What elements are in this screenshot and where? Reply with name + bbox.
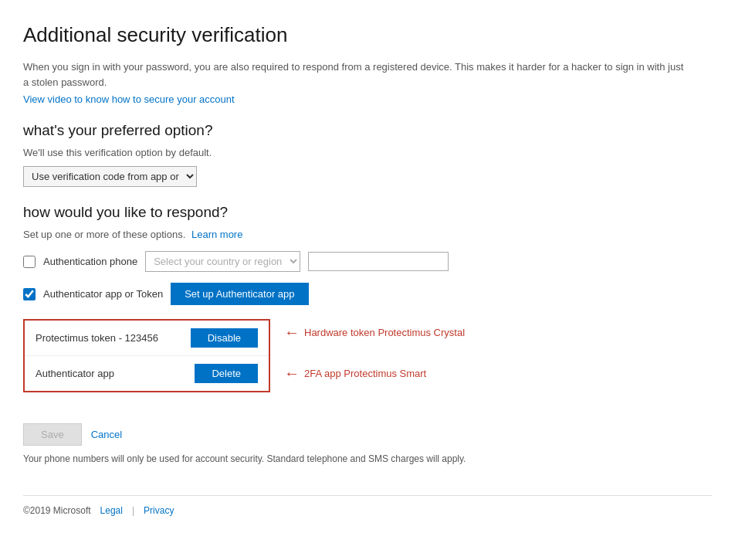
annotation-1: ← Hardware token Protectimus Crystal bbox=[284, 324, 465, 341]
copyright-text: ©2019 Microsoft bbox=[23, 505, 91, 516]
annotation-text-1: Hardware token Protectimus Crystal bbox=[304, 327, 465, 338]
auth-phone-row: Authentication phone Select your country… bbox=[23, 251, 712, 272]
delete-button[interactable]: Delete bbox=[195, 364, 258, 383]
token-name-1: Protectimus token - 123456 bbox=[36, 332, 158, 344]
setup-authenticator-button[interactable]: Set up Authenticator app bbox=[171, 283, 308, 305]
preferred-option-dropdown[interactable]: Use verification code from app or Authen… bbox=[23, 166, 197, 187]
respond-heading: how would you like to respond? bbox=[23, 204, 712, 221]
authenticator-row: Authenticator app or Token Set up Authen… bbox=[23, 283, 712, 305]
token-name-2: Authenticator app bbox=[36, 368, 136, 379]
table-row: Authenticator app Delete bbox=[25, 356, 269, 391]
video-link[interactable]: View video to know how to secure your ac… bbox=[23, 93, 235, 105]
preferred-heading: what's your preferred option? bbox=[23, 122, 712, 139]
table-row: Protectimus token - 123456 Disable bbox=[25, 321, 269, 356]
arrow-icon-1: ← bbox=[284, 324, 300, 341]
annotation-text-2: 2FA app Protectimus Smart bbox=[304, 368, 426, 379]
token-box: Protectimus token - 123456 Disable Authe… bbox=[23, 319, 270, 392]
disable-button[interactable]: Disable bbox=[191, 328, 258, 348]
legal-link[interactable]: Legal bbox=[100, 505, 123, 516]
description-text: When you sign in with your password, you… bbox=[23, 59, 687, 90]
preferred-option-section: what's your preferred option? We'll use … bbox=[23, 122, 712, 187]
footer: ©2019 Microsoft Legal | Privacy bbox=[23, 495, 712, 516]
annotations-column: ← Hardware token Protectimus Crystal ← 2… bbox=[284, 316, 465, 384]
disclaimer-text: Your phone numbers will only be used for… bbox=[23, 453, 712, 464]
authenticator-checkbox[interactable] bbox=[23, 288, 36, 300]
token-annotations-container: Protectimus token - 123456 Disable Authe… bbox=[23, 316, 712, 405]
auth-phone-checkbox[interactable] bbox=[23, 256, 36, 268]
save-cancel-row: Save Cancel bbox=[23, 423, 712, 446]
respond-section: how would you like to respond? Set up on… bbox=[23, 204, 712, 464]
respond-sublabel: Set up one or more of these options. Lea… bbox=[23, 229, 712, 240]
save-button[interactable]: Save bbox=[23, 423, 82, 446]
auth-phone-label: Authentication phone bbox=[43, 256, 137, 267]
learn-more-link[interactable]: Learn more bbox=[191, 229, 242, 240]
page-title: Additional security verification bbox=[23, 23, 712, 47]
preferred-sublabel: We'll use this verification option by de… bbox=[23, 147, 712, 158]
phone-input[interactable] bbox=[308, 252, 449, 271]
cancel-button[interactable]: Cancel bbox=[91, 429, 122, 440]
arrow-icon-2: ← bbox=[284, 365, 300, 382]
footer-divider: | bbox=[132, 505, 134, 516]
country-select[interactable]: Select your country or region bbox=[145, 251, 300, 272]
privacy-link[interactable]: Privacy bbox=[144, 505, 174, 516]
authenticator-label: Authenticator app or Token bbox=[43, 288, 163, 300]
annotation-2: ← 2FA app Protectimus Smart bbox=[284, 365, 465, 382]
